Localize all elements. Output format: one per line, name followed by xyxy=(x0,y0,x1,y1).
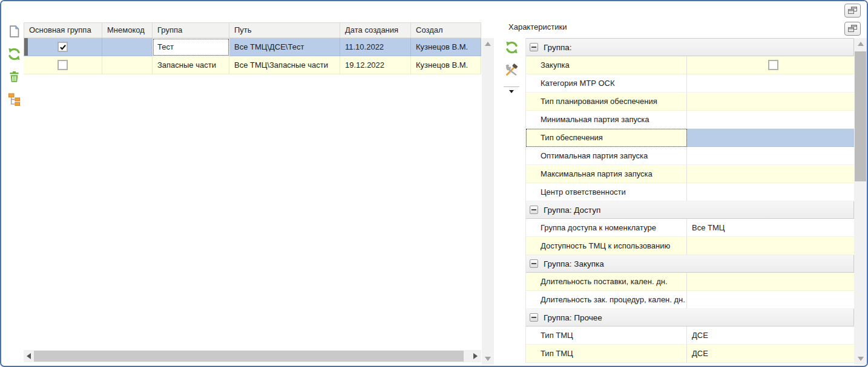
property-row[interactable]: Доступность ТМЦ к использованию xyxy=(526,237,854,255)
property-label[interactable]: Тип планирования обеспечения xyxy=(526,93,687,111)
property-group-header[interactable]: Группа: xyxy=(526,38,854,56)
property-row[interactable]: Длительность поставки, кален. дн. xyxy=(526,273,854,291)
property-group-header[interactable]: Группа: Доступ xyxy=(526,201,854,219)
checkbox[interactable] xyxy=(58,60,68,70)
scroll-down-button[interactable] xyxy=(854,354,867,364)
collapse-button[interactable] xyxy=(530,259,538,268)
new-record-button[interactable] xyxy=(6,23,22,40)
property-value[interactable]: Все ТМЦ xyxy=(687,219,854,237)
scroll-right-button[interactable] xyxy=(470,350,480,362)
property-row[interactable]: Центр ответственности xyxy=(526,183,854,201)
property-row[interactable]: Тип ТМЦДСЕ xyxy=(526,345,854,363)
panel-title: Характеристики xyxy=(508,22,567,31)
scroll-up-button[interactable] xyxy=(854,39,867,49)
main-panel-bar xyxy=(1,1,867,19)
refresh-button[interactable] xyxy=(5,45,23,63)
table-cell-mnemocode[interactable] xyxy=(102,38,153,56)
groups-table: Основная группаМнемокодГруппаПутьДата со… xyxy=(24,22,481,74)
characteristics-vscrollbar[interactable] xyxy=(854,38,867,365)
delete-button[interactable] xyxy=(6,68,22,85)
tree-view-button[interactable] xyxy=(6,91,22,108)
column-header[interactable]: Путь xyxy=(229,22,340,38)
column-header[interactable]: Мнемокод xyxy=(102,22,153,38)
property-label[interactable]: Закупка xyxy=(526,56,687,74)
hscroll-thumb[interactable] xyxy=(34,351,464,362)
property-row[interactable]: Группа доступа к номенклатуреВсе ТМЦ xyxy=(526,219,854,237)
table-cell-mnemocode[interactable] xyxy=(102,56,153,74)
property-row[interactable]: Длительность зак. процедур, кален. дн. xyxy=(526,291,854,309)
property-value[interactable]: ДСЕ xyxy=(687,326,854,345)
property-value[interactable] xyxy=(687,237,854,255)
property-group-header[interactable]: Группа: Прочее xyxy=(526,308,854,326)
groups-table-hscrollbar[interactable] xyxy=(24,350,481,362)
table-cell-created-by[interactable]: Кузнецов В.М. xyxy=(411,56,481,74)
scroll-up-button[interactable] xyxy=(482,39,494,49)
property-value[interactable] xyxy=(687,183,854,201)
property-value[interactable] xyxy=(687,165,854,183)
checkbox[interactable] xyxy=(768,60,778,70)
table-cell-created-date[interactable]: 11.10.2022 xyxy=(340,38,411,56)
property-value[interactable]: ДСЕ xyxy=(687,345,854,363)
property-label[interactable]: Тип ТМЦ xyxy=(526,345,687,363)
tools-icon xyxy=(504,63,519,77)
property-value[interactable] xyxy=(687,93,854,111)
property-label[interactable]: Центр ответственности xyxy=(526,183,687,201)
property-row[interactable]: Закупка xyxy=(526,56,854,74)
column-header[interactable]: Группа xyxy=(153,22,229,38)
property-label[interactable]: Категория МТР ОСК xyxy=(526,74,687,93)
collapse-button[interactable] xyxy=(530,313,538,322)
property-value[interactable] xyxy=(687,56,854,74)
property-group-header[interactable]: Группа: Закупка xyxy=(526,255,854,273)
property-label[interactable]: Длительность зак. процедур, кален. дн. xyxy=(526,291,687,309)
property-group-label: Группа: xyxy=(544,43,572,52)
table-cell-created-by[interactable]: Кузнецов В.М. xyxy=(411,38,481,56)
property-row[interactable]: Минимальная партия запуска xyxy=(526,111,854,129)
scroll-down-button[interactable] xyxy=(482,354,494,364)
checkbox-checked[interactable] xyxy=(58,42,68,52)
property-label[interactable]: Максимальная партия запуска xyxy=(526,165,687,183)
cascade-windows-icon xyxy=(847,6,858,15)
table-cell-path[interactable]: Все ТМЦ\Запасные части xyxy=(229,56,340,74)
table-cell-main-group-checked[interactable] xyxy=(24,38,102,56)
table-cell-created-date[interactable]: 19.12.2022 xyxy=(340,56,411,74)
collapse-button[interactable] xyxy=(530,206,538,214)
table-cell-path[interactable]: Все ТМЦ\ДСЕ\Тест xyxy=(229,38,340,56)
property-label[interactable]: Тип обеспечения xyxy=(526,129,687,147)
property-label[interactable]: Доступность ТМЦ к использованию xyxy=(526,237,687,255)
property-value[interactable] xyxy=(687,273,854,291)
property-row[interactable]: Оптимальная партия запуска xyxy=(526,147,854,165)
property-value[interactable] xyxy=(687,74,854,93)
dropdown-arrow-icon xyxy=(509,90,514,93)
property-value[interactable] xyxy=(687,111,854,129)
settings-button[interactable] xyxy=(503,62,520,79)
property-row[interactable]: Тип планирования обеспечения xyxy=(526,93,854,111)
restore-panel-button-characteristics[interactable] xyxy=(844,22,861,36)
property-label[interactable]: Оптимальная партия запуска xyxy=(526,147,687,165)
column-header[interactable]: Создал xyxy=(411,22,481,38)
property-value[interactable] xyxy=(687,147,854,165)
groups-table-vscrollbar[interactable] xyxy=(482,38,494,365)
property-label[interactable]: Группа доступа к номенклатуре xyxy=(526,219,687,237)
collapse-button[interactable] xyxy=(530,43,538,51)
column-header[interactable]: Основная группа xyxy=(24,22,102,38)
property-row[interactable]: Категория МТР ОСК xyxy=(526,74,854,93)
table-row[interactable]: ТестВсе ТМЦ\ДСЕ\Тест11.10.2022Кузнецов В… xyxy=(24,38,481,56)
property-row[interactable]: Максимальная партия запуска xyxy=(526,165,854,183)
property-value[interactable] xyxy=(687,291,854,309)
refresh-characteristics-button[interactable] xyxy=(503,39,521,56)
property-value[interactable] xyxy=(687,129,854,147)
table-row[interactable]: Запасные частиВсе ТМЦ\Запасные части19.1… xyxy=(24,56,481,74)
scroll-left-button[interactable] xyxy=(24,350,33,362)
vscroll-thumb[interactable] xyxy=(855,51,866,181)
column-header[interactable]: Дата создания xyxy=(340,22,411,38)
property-row[interactable]: Тип ТМЦДСЕ xyxy=(526,326,854,345)
table-cell-group[interactable]: Запасные части xyxy=(153,56,229,74)
table-cell-group[interactable]: Тест xyxy=(153,38,229,56)
property-label[interactable]: Тип ТМЦ xyxy=(526,326,687,345)
table-cell-main-group-checked[interactable] xyxy=(24,56,102,74)
restore-panel-button-main[interactable] xyxy=(844,4,861,18)
property-label[interactable]: Минимальная партия запуска xyxy=(526,111,687,129)
property-label[interactable]: Длительность поставки, кален. дн. xyxy=(526,273,687,291)
property-row[interactable]: Тип обеспечения xyxy=(526,129,854,147)
more-actions-button[interactable] xyxy=(508,89,515,94)
